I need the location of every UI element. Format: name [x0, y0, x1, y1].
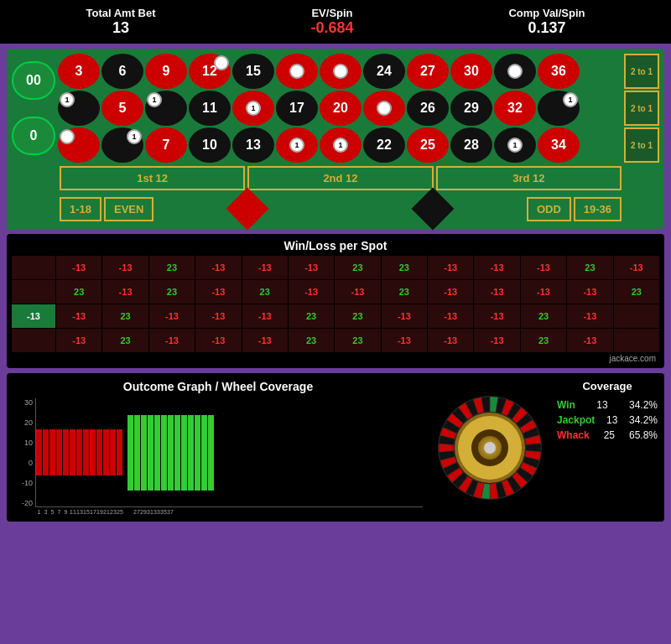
cell-00[interactable]: 00: [12, 61, 55, 100]
wl-r2-c13: 23: [614, 280, 659, 304]
cell-28[interactable]: 28: [450, 127, 492, 163]
bet-even[interactable]: EVEN: [104, 197, 153, 221]
col-label-bot[interactable]: 2 to 1: [624, 127, 659, 163]
comp-val-label: Comp Val/Spin: [508, 7, 585, 19]
wl-r2-c6: -13: [289, 280, 334, 304]
wl-r3-c4: -13: [195, 304, 241, 328]
bar-pos-2: [134, 415, 140, 491]
wl-r2-c12: -13: [567, 280, 612, 304]
cell-19[interactable]: 1: [320, 127, 362, 163]
cell-4[interactable]: 1: [101, 127, 143, 163]
cell-25[interactable]: 25: [407, 127, 449, 163]
wl-r2-c8: 23: [382, 280, 427, 304]
cell-12[interactable]: 12: [189, 54, 231, 89]
cell-20[interactable]: 20: [320, 91, 362, 126]
cell-15[interactable]: 15: [232, 54, 274, 89]
coverage-whack-row: Whack 25 65.8%: [557, 429, 658, 441]
total-amt-bet-value: 13: [86, 19, 155, 37]
col-label-top[interactable]: 2 to 1: [624, 54, 659, 89]
chip-21: [333, 64, 348, 79]
wl-r3-c6: 23: [289, 304, 334, 328]
wl-r2-c5: 23: [242, 280, 288, 304]
bar-pos-4: [148, 415, 153, 491]
winloss-title: Win/Loss per Spot: [12, 239, 659, 252]
chip-8: 1: [147, 92, 162, 107]
cell-16[interactable]: 1: [276, 127, 318, 163]
y-label-30: 30: [13, 398, 33, 407]
cell-3[interactable]: 3: [58, 54, 100, 89]
cell-27[interactable]: 27: [407, 54, 449, 89]
cell-2[interactable]: 1: [58, 91, 100, 126]
cell-18[interactable]: [276, 54, 318, 89]
coverage-whack-pct: 65.8%: [629, 429, 658, 441]
cell-33[interactable]: [494, 54, 536, 89]
col-label-mid[interactable]: 2 to 1: [624, 91, 659, 126]
cell-24[interactable]: 24: [363, 54, 405, 89]
bar-pos-9: [181, 415, 187, 491]
dozen-1st[interactable]: 1st 12: [60, 166, 245, 190]
wl-r1-c2: -13: [102, 256, 148, 279]
bar-neg-3: [49, 429, 55, 475]
cell-26[interactable]: 26: [407, 91, 449, 126]
wl-r3-label: -13: [12, 304, 55, 328]
wl-r4-label: [12, 329, 55, 352]
cell-21[interactable]: [320, 54, 362, 89]
red-diamond[interactable]: [226, 188, 269, 231]
cell-36[interactable]: 36: [538, 54, 580, 89]
wl-r2-c7: -13: [335, 280, 380, 304]
bar-neg-2: [43, 429, 49, 475]
bar-pos-6: [161, 415, 167, 491]
dozen-2nd[interactable]: 2nd 12: [247, 166, 433, 190]
coverage-jackpot-row: Jackpot 13 34.2%: [557, 414, 658, 426]
dozen-3rd[interactable]: 3rd 12: [436, 166, 622, 190]
cell-0[interactable]: 0: [12, 117, 55, 155]
cell-35[interactable]: 1: [538, 91, 580, 126]
x-13: 13: [76, 509, 82, 515]
bar-pos-8: [174, 415, 180, 491]
wl-r1-c6: -13: [289, 256, 334, 279]
wl-r2-c2: -13: [102, 280, 148, 304]
cell-11[interactable]: 11: [189, 91, 231, 126]
cell-17[interactable]: 17: [276, 91, 318, 126]
cell-6[interactable]: 6: [101, 54, 143, 89]
cell-31[interactable]: 1: [494, 127, 536, 163]
wl-r4-c4: -13: [195, 329, 241, 352]
cell-22[interactable]: 22: [363, 127, 405, 163]
wheel-container: [431, 380, 549, 515]
cell-9[interactable]: 9: [145, 54, 187, 89]
winloss-grid: -13 -13 23 -13 -13 -13 23 23 -13 -13 -13…: [12, 256, 659, 352]
bet-odd[interactable]: ODD: [527, 197, 571, 221]
wl-r2-c1: 23: [56, 280, 101, 304]
black-diamond[interactable]: [412, 188, 455, 231]
cell-32[interactable]: 32: [494, 91, 536, 126]
wl-r2-label: [12, 280, 55, 304]
bet-1-18[interactable]: 1-18: [60, 197, 101, 221]
bar-neg-9: [90, 429, 96, 475]
coverage-win-row: Win 13 34.2%: [557, 399, 658, 411]
bar-pos-12: [201, 415, 207, 491]
cell-5[interactable]: 5: [101, 91, 143, 126]
coverage-win-pct: 34.2%: [629, 399, 658, 411]
x-5: 5: [49, 509, 55, 515]
bet-19-36[interactable]: 19-36: [574, 197, 622, 221]
chip-31: 1: [507, 138, 523, 153]
total-amt-bet-col: Total Amt Bet 13: [86, 7, 155, 37]
cell-13[interactable]: 13: [232, 127, 274, 163]
cell-29[interactable]: 29: [450, 91, 492, 126]
cell-14[interactable]: 1: [232, 91, 274, 126]
x-33: 33: [153, 509, 159, 515]
cell-8[interactable]: 1: [145, 91, 187, 126]
cell-34[interactable]: 34: [538, 127, 580, 163]
cell-30[interactable]: 30: [450, 54, 492, 89]
cell-1[interactable]: [58, 127, 100, 163]
wl-r1-c10: -13: [474, 256, 519, 279]
cell-10[interactable]: 10: [189, 127, 231, 163]
ev-spin-value: -0.684: [310, 19, 353, 37]
chip-4: 1: [127, 129, 142, 144]
wl-r4-c11: 23: [521, 329, 566, 352]
cell-23[interactable]: [363, 91, 405, 126]
bar-neg-1: [36, 429, 42, 475]
roulette-wheel: [435, 393, 544, 502]
chip-12: [214, 55, 229, 70]
cell-7[interactable]: 7: [145, 127, 187, 163]
